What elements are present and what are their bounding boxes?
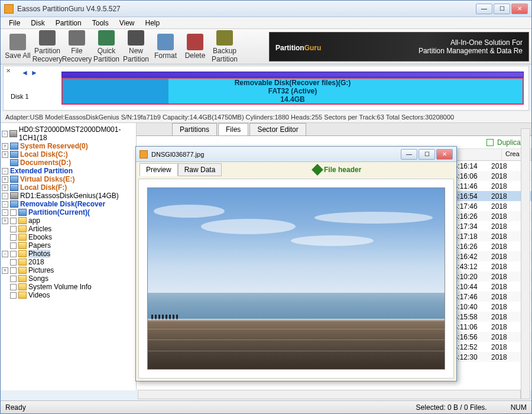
nav-next-icon[interactable]: ► [31,69,39,77]
tree-checkbox[interactable] [10,251,17,257]
tree-item[interactable]: -Extended Partition [1,167,136,175]
dialog-close-button[interactable]: ✕ [436,149,453,160]
dialog-title-bar[interactable]: DNSGI036877.jpg — ☐ ✕ [136,147,456,162]
vol-icon [10,200,18,208]
fold-icon [18,258,27,266]
tree-item[interactable]: +Local Disk(C:) [1,150,136,159]
fold-icon [18,283,27,290]
tree-label: Photos [28,250,50,258]
tree-item[interactable]: +Virtual Disks(E:) [1,175,136,183]
tree-item[interactable]: -RD1:EassosDiskGenius(14GB) [1,192,136,200]
new-partition-button[interactable]: New Partition [121,30,151,63]
tree-item[interactable]: Videos [1,291,136,299]
vol-icon [18,209,27,216]
menu-file[interactable]: File [4,18,25,28]
dialog-icon [140,150,148,159]
partition-recovery-button[interactable]: Partition Recovery [33,30,62,63]
tree-item[interactable]: +Local Disk(F:) [1,183,136,192]
tree-toggle-icon[interactable]: - [2,168,8,174]
tree-item[interactable]: Articles [1,225,136,233]
tree-toggle-icon[interactable]: - [2,201,8,208]
tree-toggle-icon[interactable]: - [2,193,8,199]
tree-toggle-icon[interactable]: + [2,185,8,191]
tree-toggle-icon[interactable]: + [2,267,8,274]
minimize-button[interactable]: — [476,4,492,14]
tree-item[interactable]: -Photos [1,250,136,258]
tree-label: Partition(Current)( [28,208,90,216]
tree-item[interactable]: -Removable Disk(Recover [1,200,136,208]
fold-icon [18,292,27,299]
tree-checkbox[interactable] [10,226,17,232]
tree-toggle-icon[interactable]: - [2,251,8,257]
tree-item[interactable]: Documents(D:) [1,159,136,167]
format-button-icon [157,34,174,50]
quick-partition-button-icon [98,30,115,46]
tree-item[interactable]: 2018 [1,258,136,266]
scrollbar-horizontal[interactable] [138,390,521,399]
file-header-label: File header [313,166,361,174]
format-button[interactable]: Format [151,30,180,63]
tree-checkbox[interactable] [10,276,17,282]
dialog-tab-rawdata[interactable]: Raw Data [178,163,222,176]
dialog-tab-preview[interactable]: Preview [140,163,178,176]
tree-label: Videos [28,291,50,299]
tab-sector-editor[interactable]: Sector Editor [249,123,306,135]
tree-checkbox[interactable] [10,267,17,274]
tree-checkbox[interactable] [10,292,17,299]
tree-toggle-icon[interactable]: + [2,218,8,224]
dialog-maximize-button[interactable]: ☐ [419,149,435,160]
tree-toggle-icon[interactable]: - [2,209,8,216]
tree-checkbox[interactable] [10,218,17,224]
tab-files[interactable]: Files [218,123,248,135]
save-all-button[interactable]: Save All [3,30,33,63]
tree-item[interactable]: +Pictures [1,266,136,274]
tree-label: app [28,216,40,225]
pin-close-icon[interactable]: ✕ [6,67,11,74]
tree-item[interactable]: -HD0:ST2000DMST2000DM001-1CH1(18 [1,125,136,142]
new-partition-button-icon [128,30,144,46]
preview-dialog: DNSGI036877.jpg — ☐ ✕ Preview Raw Data F… [135,146,457,381]
tree-label: Documents(D:) [20,159,71,167]
tree-checkbox[interactable] [10,209,17,216]
tree-item[interactable]: Ebooks [1,233,136,241]
file-recovery-button[interactable]: File Recovery [62,30,92,63]
tree-toggle-icon[interactable]: + [2,151,8,158]
tree-label: System Reserved(0) [20,142,88,150]
partition-fs: FAT32 (Active) [268,87,317,95]
quick-partition-button[interactable]: Quick Partition [92,30,121,63]
backup-partition-button[interactable]: Backup Partition [210,30,239,63]
menu-tools[interactable]: Tools [87,18,113,28]
tree-item[interactable]: -Partition(Current)( [1,208,136,216]
partition-size: 14.4GB [280,95,304,104]
tree-checkbox[interactable] [10,284,17,290]
tree-item[interactable]: +app [1,216,136,225]
tab-partitions[interactable]: Partitions [172,123,217,135]
dialog-minimize-button[interactable]: — [401,149,417,160]
menu-bar: File Disk Partition Tools View Help [1,17,531,29]
close-button[interactable]: ✕ [511,4,528,14]
tree-toggle-icon[interactable]: + [2,143,8,150]
fold-icon [18,234,27,241]
tree-toggle-icon[interactable]: + [2,176,8,183]
disk-bar[interactable]: Removable Disk(Recover files)(G:) FAT32 … [61,72,524,105]
tree-item[interactable]: Papers [1,241,136,250]
menu-disk[interactable]: Disk [26,18,49,28]
file-recovery-button-icon [69,30,85,46]
menu-view[interactable]: View [115,18,140,28]
tree-checkbox[interactable] [10,242,17,249]
tree-item[interactable]: +System Reserved(0) [1,142,136,150]
delete-button[interactable]: Delete [180,30,210,63]
tree-item[interactable]: Songs [1,274,136,283]
duplicate-checkbox[interactable] [486,139,494,146]
tab-bar: Partitions Files Sector Editor [137,123,531,136]
dialog-title: DNSGI036877.jpg [151,151,401,158]
tree-toggle-icon[interactable]: - [2,131,8,137]
tree-checkbox[interactable] [10,234,17,241]
tree-checkbox[interactable] [10,259,17,266]
tree-item[interactable]: System Volume Info [1,283,136,291]
maximize-button[interactable]: ☐ [494,4,510,14]
menu-partition[interactable]: Partition [51,18,86,28]
nav-prev-icon[interactable]: ◄ [21,69,30,77]
scrollbar-vertical[interactable] [521,128,530,399]
menu-help[interactable]: Help [141,18,165,28]
